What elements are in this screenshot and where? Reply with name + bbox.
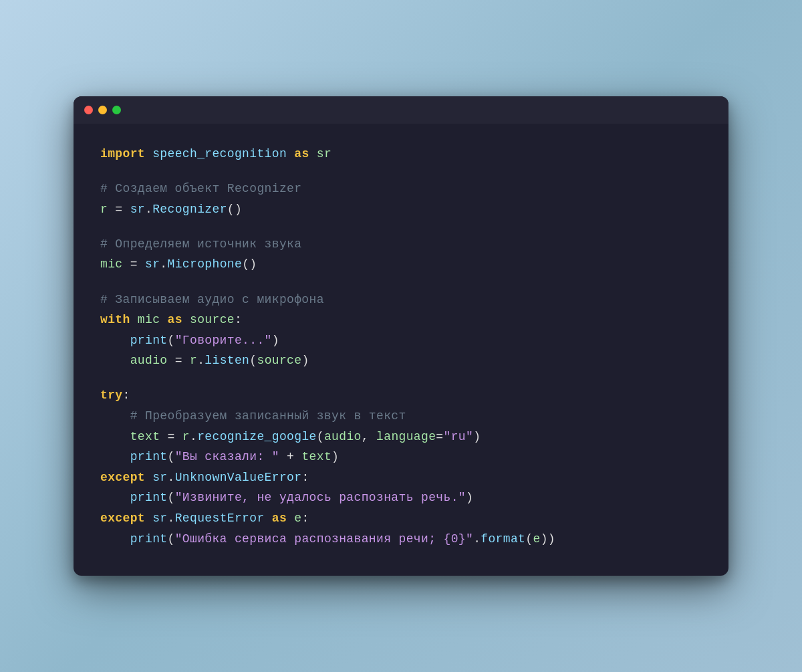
code-line-12: except sr.RequestError as e: <box>100 508 702 529</box>
code-editor: import speech_recognition as sr # Создае… <box>74 124 728 576</box>
window-titlebar <box>74 96 728 124</box>
code-line-8: text = r.recognize_google(audio, languag… <box>100 427 702 447</box>
code-line-5: print("Говорите...") <box>100 330 702 351</box>
code-line-10: except sr.UnknownValueError: <box>100 467 702 488</box>
minimize-button[interactable] <box>98 106 107 114</box>
code-line-4: with mic as source: <box>100 310 702 330</box>
code-comment-1: # Создаем объект Recognizer <box>100 179 702 199</box>
code-line-11: print("Извините, не удалось распознать р… <box>100 487 702 508</box>
code-line-3: mic = sr.Microphone() <box>100 254 702 275</box>
code-comment-2: # Определяем источник звука <box>100 234 702 255</box>
code-line-6: audio = r.listen(source) <box>100 350 702 371</box>
code-line-1: import speech_recognition as sr <box>100 144 702 164</box>
blank-line <box>100 371 702 386</box>
blank-line <box>100 275 702 290</box>
close-button[interactable] <box>84 106 93 114</box>
code-line-9: print("Вы сказали: " + text) <box>100 447 702 467</box>
code-line-7: try: <box>100 385 702 406</box>
code-comment-3: # Записываем аудио с микрофона <box>100 290 702 310</box>
maximize-button[interactable] <box>112 106 121 114</box>
code-line-13: print("Ошибка сервиса распознавания речи… <box>100 529 702 550</box>
code-window: import speech_recognition as sr # Создае… <box>74 96 728 576</box>
code-comment-4: # Преобразуем записанный звук в текст <box>100 406 702 427</box>
blank-line <box>100 219 702 234</box>
code-line-2: r = sr.Recognizer() <box>100 199 702 220</box>
blank-line <box>100 164 702 179</box>
